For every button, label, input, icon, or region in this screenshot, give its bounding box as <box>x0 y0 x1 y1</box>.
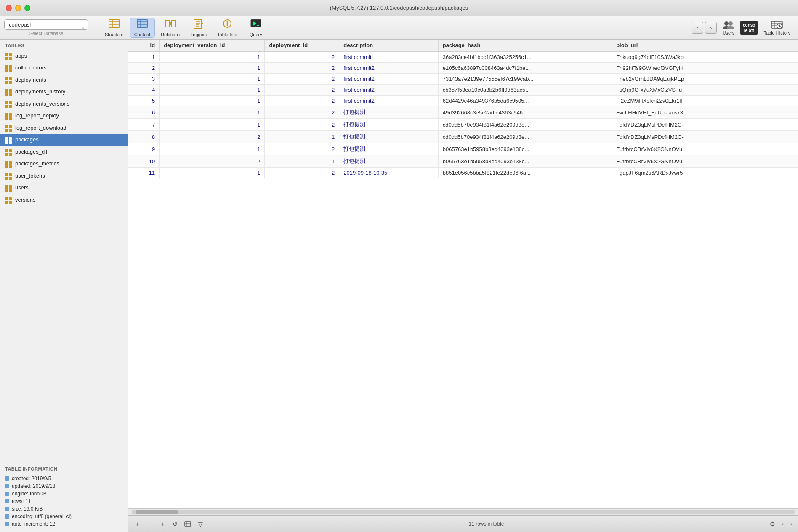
settings-button[interactable]: ⚙ <box>768 519 777 529</box>
table-cell[interactable]: 2 <box>160 155 265 168</box>
maximize-button[interactable] <box>24 5 30 11</box>
col-header-deployment-id[interactable]: deployment_id <box>265 40 339 51</box>
table-cell[interactable]: 2 <box>265 51 339 63</box>
table-cell[interactable]: cd0dd5b70e934f81f4a62e209d3e... <box>438 119 612 131</box>
table-cell[interactable]: 1 <box>160 51 265 63</box>
col-header-blob-url[interactable]: blob_url <box>612 40 798 51</box>
table-cell[interactable]: b065763e1b5958b3ed4093e138c... <box>438 155 612 168</box>
triggers-button[interactable]: Triggers <box>186 18 211 38</box>
sidebar-item-log-report-download[interactable]: log_report_download <box>0 122 128 134</box>
table-row[interactable]: 912打包提测b065763e1b5958b3ed4093e138c...Fuf… <box>128 143 798 155</box>
table-cell[interactable]: 2 <box>265 168 339 178</box>
table-cell[interactable]: 打包提测 <box>339 131 439 143</box>
table-cell[interactable]: e105c6a63897c008463a4dc7f1be... <box>438 63 612 74</box>
table-row[interactable]: 612打包提测49d392668c3e5e2adfe4363c946...Fvc… <box>128 106 798 119</box>
table-cell[interactable]: 1 <box>160 168 265 178</box>
console-button[interactable]: conso le off <box>740 21 758 35</box>
table-cell[interactable]: Fheb2yGrnLJDA9qEujkPEp <box>612 74 798 85</box>
relations-button[interactable]: Relations <box>157 18 184 38</box>
add-row-button[interactable]: + <box>133 519 142 529</box>
table-cell[interactable]: cd0dd5b70e934f81f4a62e209d3e... <box>438 131 612 143</box>
table-cell[interactable]: 10 <box>128 155 160 168</box>
table-row[interactable]: 821打包提测cd0dd5b70e934f81f4a62e209d3e...Fq… <box>128 131 798 143</box>
scroll-right-button[interactable]: › <box>789 520 794 528</box>
table-cell[interactable]: first commit2 <box>339 74 439 85</box>
database-selector[interactable]: codepush <box>4 19 88 30</box>
table-cell[interactable]: Fnkuoq9g74qlF10S3WaJkb <box>612 51 798 63</box>
table-cell[interactable]: 1 <box>160 85 265 96</box>
table-cell[interactable]: 6 <box>128 106 160 119</box>
table-row[interactable]: 312first commit273143a7e2139e77555ef67c1… <box>128 74 798 85</box>
sidebar-item-apps[interactable]: apps <box>0 50 128 62</box>
scrollbar-track[interactable] <box>132 510 795 514</box>
table-cell[interactable]: 73143a7e2139e77555ef67c199cab... <box>438 74 612 85</box>
table-cell[interactable]: first commit2 <box>339 85 439 96</box>
table-cell[interactable]: 打包提测 <box>339 119 439 131</box>
sidebar-item-user-tokens[interactable]: user_tokens <box>0 170 128 182</box>
query-button[interactable]: Query <box>243 18 269 38</box>
table-cell[interactable]: 2 <box>265 143 339 155</box>
sidebar-item-packages-diff[interactable]: packages_diff <box>0 146 128 158</box>
col-header-id[interactable]: id <box>128 40 160 51</box>
sidebar-item-deployments-versions[interactable]: deployments_versions <box>0 98 128 110</box>
table-cell[interactable]: 9 <box>128 143 160 155</box>
users-button[interactable]: Users <box>718 19 739 36</box>
table-cell[interactable]: cb357f53ea10c0a3b2b6ff9d63ac5... <box>438 85 612 96</box>
table-cell[interactable]: 2 <box>128 63 160 74</box>
close-button[interactable] <box>6 5 12 11</box>
table-cell[interactable]: 62d4429c46a349376b5da6c9505... <box>438 96 612 106</box>
table-cell[interactable]: first commit2 <box>339 63 439 74</box>
table-cell[interactable]: 1 <box>160 106 265 119</box>
table-row[interactable]: 512first commit262d4429c46a349376b5da6c9… <box>128 96 798 106</box>
table-cell[interactable]: 7 <box>128 119 160 131</box>
col-header-description[interactable]: description <box>339 40 439 51</box>
table-cell[interactable]: 2 <box>265 106 339 119</box>
table-cell[interactable]: FufrbrcCBrVlv6X2GNnOVu <box>612 143 798 155</box>
table-cell[interactable]: FqldYDZ3qLMsPDcfHM2C- <box>612 119 798 131</box>
table-cell[interactable]: FufrbrcCBrVlv6X2GNnOVu <box>612 155 798 168</box>
sidebar-item-versions[interactable]: versions <box>0 194 128 206</box>
table-cell[interactable]: 11 <box>128 168 160 178</box>
sidebar-item-deployments[interactable]: deployments <box>0 74 128 86</box>
sidebar-item-packages[interactable]: packages <box>0 134 128 146</box>
filter-button[interactable]: ▽ <box>196 519 205 529</box>
content-button[interactable]: Content <box>130 18 155 38</box>
structure-button[interactable]: Structure <box>101 18 128 38</box>
table-cell[interactable]: first commit <box>339 51 439 63</box>
table-cell[interactable]: FvcLHHdVHt_FuUniJaosk3 <box>612 106 798 119</box>
forward-button[interactable]: › <box>705 22 717 34</box>
table-row[interactable]: 712打包提测cd0dd5b70e934f81f4a62e209d3e...Fq… <box>128 119 798 131</box>
table-cell[interactable]: FsQrp9O-x7uXMxCizVS-fu <box>612 85 798 96</box>
table-row[interactable]: 212first commit2e105c6a63897c008463a4dc7… <box>128 63 798 74</box>
table-row[interactable]: 112first commit36a283ce4bf1bbc1f363a3252… <box>128 51 798 63</box>
table-cell[interactable]: 打包提测 <box>339 143 439 155</box>
scroll-left-button[interactable]: ‹ <box>780 520 785 528</box>
add-set-button[interactable]: + <box>158 519 167 529</box>
table-cell[interactable]: 36a283ce4bf1bbc1f363a325256c1... <box>438 51 612 63</box>
table-cell[interactable]: 8 <box>128 131 160 143</box>
table-cell[interactable]: FqldYDZ3qLMsPDcfHM2C- <box>612 131 798 143</box>
table-cell[interactable]: FgapJF6qm2s6ARDxJvwr5 <box>612 168 798 178</box>
table-cell[interactable]: Fi2eZM9iHXsfcn2zv0Ekr1lf <box>612 96 798 106</box>
table-cell[interactable]: 1 <box>160 143 265 155</box>
table-row[interactable]: 412first commit2cb357f53ea10c0a3b2b6ff9d… <box>128 85 798 96</box>
sidebar-item-users[interactable]: users <box>0 182 128 194</box>
table-cell[interactable]: 2 <box>265 119 339 131</box>
table-cell[interactable]: first commit2 <box>339 96 439 106</box>
sidebar-item-log-report-deploy[interactable]: log_report_deploy <box>0 110 128 122</box>
table-cell[interactable]: 4 <box>128 85 160 96</box>
table-cell[interactable]: b851e056c5bba5f821fe22de96f6a... <box>438 168 612 178</box>
col-header-deployment-version-id[interactable]: deployment_version_id <box>160 40 265 51</box>
table-cell[interactable]: Fh92hfTs9GWheqf3VGFyH <box>612 63 798 74</box>
export-button[interactable] <box>183 519 192 529</box>
table-row[interactable]: 11122019-09-18-10-35b851e056c5bba5f821fe… <box>128 168 798 178</box>
table-cell[interactable]: 打包提测 <box>339 155 439 168</box>
table-cell[interactable]: 1 <box>128 51 160 63</box>
scrollbar-thumb[interactable] <box>136 510 178 514</box>
table-cell[interactable]: 1 <box>160 96 265 106</box>
table-cell[interactable]: 49d392668c3e5e2adfe4363c946... <box>438 106 612 119</box>
remove-row-button[interactable]: − <box>145 519 154 529</box>
sidebar-item-packages-metrics[interactable]: packages_metrics <box>0 158 128 170</box>
table-cell[interactable]: 2 <box>160 131 265 143</box>
tableinfo-button[interactable]: Table Info <box>213 18 242 38</box>
